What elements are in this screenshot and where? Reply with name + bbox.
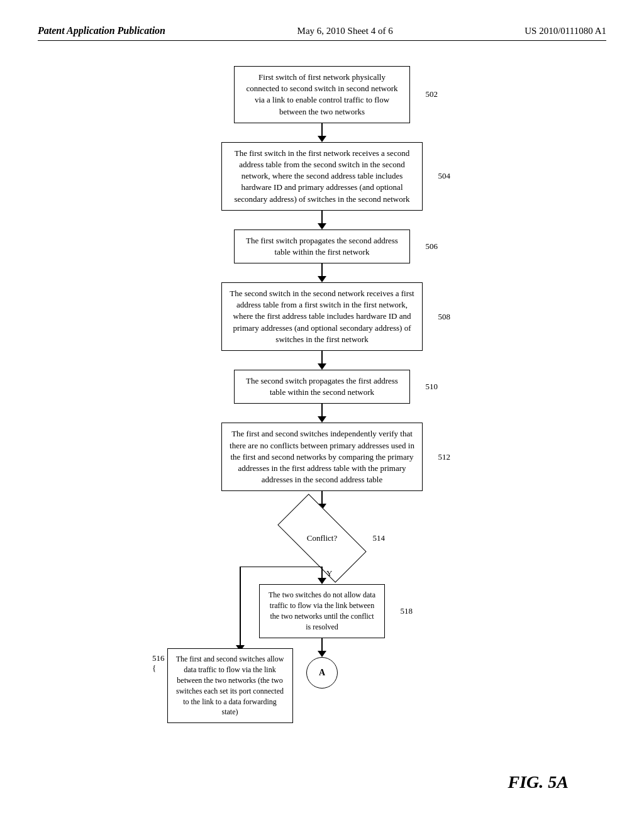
svg-marker-2 <box>318 578 326 584</box>
decision-514-label: 514 <box>373 533 386 543</box>
step-510-row: The second switch propagates the first a… <box>234 370 410 404</box>
step-504-text: The first switch in the first network re… <box>234 148 409 204</box>
step-506-row: The first switch propagates the second a… <box>234 230 410 263</box>
page-header: Patent Application Publication May 6, 20… <box>38 25 606 41</box>
step-518-text: The two switches do not allow data traff… <box>269 590 375 631</box>
arrow-line <box>321 211 323 223</box>
figure-label: FIG. 5A <box>508 772 569 792</box>
step-518-box: The two switches do not allow data traff… <box>259 584 385 638</box>
step-510-text: The second switch propagates the first a… <box>246 376 398 397</box>
arrow-506-508 <box>318 263 326 282</box>
step-504-label: 504 <box>438 170 451 182</box>
step-504-row: The first switch in the first network re… <box>221 142 423 211</box>
flowchart: First switch of first network physically… <box>38 60 606 724</box>
arrow-line <box>321 351 323 363</box>
arrow-head <box>318 363 326 370</box>
arrow-510-512 <box>318 404 326 423</box>
terminal-A-row: A <box>259 657 385 689</box>
arrow-head <box>318 223 326 230</box>
arrow-line <box>321 263 323 276</box>
step-512-label: 512 <box>438 451 451 463</box>
patent-page: Patent Application Publication May 6, 20… <box>0 0 644 830</box>
publication-date-sheet: May 6, 2010 Sheet 4 of 6 <box>297 26 393 36</box>
step-506-text: The first switch propagates the second a… <box>246 236 398 257</box>
step-508-label: 508 <box>438 311 451 322</box>
step-504-box: The first switch in the first network re… <box>221 142 423 211</box>
arrow-head <box>318 651 326 657</box>
step-508-row: The second switch in the second network … <box>221 282 423 351</box>
arrow-head <box>318 416 326 423</box>
arrow-518-A <box>259 638 385 657</box>
step-502-row: First switch of first network physically… <box>234 66 410 123</box>
step-508-text: The second switch in the second network … <box>230 289 414 344</box>
arrow-head <box>318 136 326 142</box>
step-502-box: First switch of first network physically… <box>234 66 410 123</box>
step-516-brace: 516{ <box>152 653 165 673</box>
step-518-row: The two switches do not allow data traff… <box>259 584 385 638</box>
step-502-text: First switch of first network physically… <box>246 72 397 116</box>
publication-title: Patent Application Publication <box>38 25 165 36</box>
arrow-head <box>318 276 326 282</box>
arrow-line <box>321 638 323 651</box>
step-510-box: The second switch propagates the first a… <box>234 370 410 404</box>
arrow-504-506 <box>318 211 326 230</box>
publication-number: US 2010/0111080 A1 <box>525 26 606 36</box>
svg-text:Y: Y <box>326 568 333 578</box>
arrow-502-504 <box>318 123 326 142</box>
step-512-box: The first and second switches independen… <box>221 423 423 491</box>
step-518-container: The two switches do not allow data traff… <box>259 584 385 688</box>
decision-514: Conflict? 514 <box>228 510 416 567</box>
arrow-line <box>321 404 323 416</box>
arrow-line <box>321 491 323 504</box>
step-506-box: The first switch propagates the second a… <box>234 230 410 263</box>
step-518-label: 518 <box>401 606 413 617</box>
step-506-label: 506 <box>426 241 438 252</box>
step-510-label: 510 <box>426 381 438 392</box>
step-502-label: 502 <box>426 89 438 100</box>
step-512-text: The first and second switches independen… <box>230 429 414 484</box>
branch-container: Y N 516{ The first and second switche <box>140 567 504 724</box>
step-508-box: The second switch in the second network … <box>221 282 423 351</box>
arrow-508-510 <box>318 351 326 370</box>
terminal-A: A <box>306 657 338 689</box>
arrow-line <box>321 123 323 136</box>
step-512-row: The first and second switches independen… <box>221 423 423 491</box>
